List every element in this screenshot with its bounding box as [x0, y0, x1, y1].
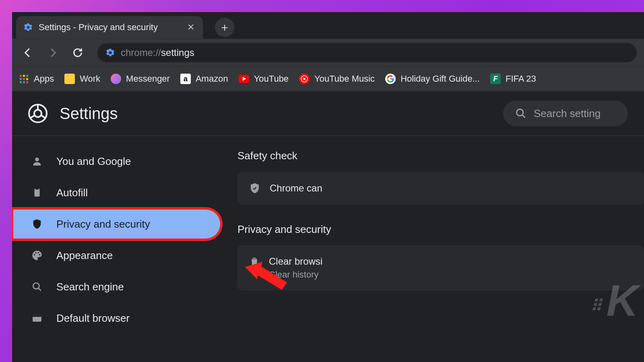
close-icon[interactable]: ✕ — [185, 22, 196, 33]
main-panel: Safety check Chrome can Privacy and secu… — [237, 136, 644, 362]
amazon-icon: a — [180, 74, 191, 84]
privacy-security-title: Privacy and security — [237, 223, 644, 236]
safety-check-title: Safety check — [237, 150, 644, 162]
svg-point-15 — [34, 110, 41, 117]
sidebar-item-label: Privacy and security — [56, 218, 150, 230]
bookmarks-bar: Apps Work Messenger a Amazon YouTube You… — [12, 66, 644, 91]
search-placeholder: Search setting — [534, 107, 601, 120]
sidebar-item-label: You and Google — [56, 155, 131, 168]
google-icon — [385, 74, 396, 84]
chrome-logo-icon — [28, 104, 47, 123]
url-text: chrome://settings — [121, 47, 194, 58]
back-button[interactable] — [19, 44, 36, 61]
clear-browsing-title: Clear browsi — [269, 256, 322, 267]
bookmark-label: Apps — [34, 74, 54, 84]
sidebar-item-label: Search engine — [56, 281, 124, 293]
search-settings[interactable]: Search setting — [503, 101, 628, 126]
bookmark-label: Amazon — [196, 74, 228, 84]
settings-header: Settings Search setting — [12, 91, 644, 136]
youtube-music-icon — [299, 74, 310, 84]
bookmark-messenger[interactable]: Messenger — [111, 74, 170, 84]
bookmark-label: FIFA 23 — [506, 74, 536, 84]
apps-icon — [19, 74, 29, 84]
trash-icon — [249, 256, 260, 267]
clear-browsing-sub: Clear history — [269, 269, 322, 280]
bookmark-amazon[interactable]: a Amazon — [180, 74, 228, 84]
bookmark-fifa[interactable]: F FIFA 23 — [490, 74, 536, 84]
messenger-icon — [111, 74, 121, 84]
sidebar-item-label: Default browser — [56, 312, 130, 325]
svg-rect-0 — [20, 75, 22, 77]
palette-icon — [31, 250, 43, 261]
sidebar-item-you-and-google[interactable]: You and Google — [12, 146, 221, 177]
svg-point-20 — [33, 283, 39, 289]
bookmark-apps[interactable]: Apps — [19, 74, 54, 84]
sidebar-item-search-engine[interactable]: Search engine — [12, 271, 221, 302]
svg-point-16 — [517, 109, 523, 116]
tab-title: Settings - Privacy and security — [39, 22, 180, 33]
browser-icon — [31, 313, 43, 324]
sidebar-item-default-browser[interactable]: Default browser — [12, 302, 221, 334]
sidebar-item-label: Appearance — [56, 249, 113, 262]
svg-rect-22 — [33, 315, 41, 317]
settings-page: Settings Search setting You and Google — [12, 91, 644, 362]
bookmark-label: Holiday Gift Guide... — [400, 74, 480, 84]
page-title: Settings — [60, 105, 491, 123]
sidebar-item-appearance[interactable]: Appearance — [12, 240, 221, 271]
svg-rect-7 — [23, 81, 25, 83]
search-icon — [31, 281, 43, 292]
person-icon — [31, 156, 43, 167]
folder-icon — [64, 74, 75, 84]
bookmark-holiday[interactable]: Holiday Gift Guide... — [385, 74, 480, 84]
svg-rect-3 — [20, 78, 22, 80]
site-gear-icon — [105, 48, 115, 58]
bookmark-ytmusic[interactable]: YouTube Music — [299, 74, 375, 84]
tab-strip: Settings - Privacy and security ✕ ＋ — [12, 12, 644, 39]
gear-icon — [23, 23, 33, 32]
search-icon — [515, 108, 526, 119]
bookmark-youtube[interactable]: YouTube — [239, 74, 289, 84]
sidebar-item-label: Autofill — [56, 187, 88, 199]
forward-button[interactable] — [44, 44, 61, 61]
bookmark-label: YouTube Music — [314, 74, 375, 84]
settings-sidebar: You and Google Autofill Privacy and secu… — [12, 136, 237, 362]
sidebar-item-autofill[interactable]: Autofill — [12, 177, 221, 208]
safety-check-text: Chrome can — [270, 183, 322, 194]
shield-icon — [31, 218, 43, 230]
svg-rect-8 — [26, 81, 28, 83]
youtube-icon — [239, 74, 249, 84]
bookmark-label: Work — [80, 74, 100, 84]
bookmark-work[interactable]: Work — [64, 74, 100, 84]
clipboard-icon — [31, 187, 43, 198]
toolbar: chrome://settings — [12, 39, 644, 66]
clear-browsing-card[interactable]: Clear browsi Clear history — [237, 245, 644, 290]
svg-rect-2 — [26, 75, 28, 77]
bookmark-label: Messenger — [126, 74, 170, 84]
svg-rect-6 — [20, 81, 22, 83]
active-tab[interactable]: Settings - Privacy and security ✕ — [16, 16, 203, 39]
shield-check-icon — [249, 182, 261, 194]
sidebar-item-privacy-security[interactable]: Privacy and security — [12, 208, 221, 240]
svg-point-17 — [35, 158, 39, 161]
svg-rect-19 — [36, 188, 39, 189]
new-tab-button[interactable]: ＋ — [215, 18, 234, 37]
address-bar[interactable]: chrome://settings — [97, 43, 637, 62]
svg-rect-4 — [23, 78, 25, 80]
bookmark-label: YouTube — [254, 74, 289, 84]
fifa-icon: F — [490, 74, 501, 84]
safety-check-card[interactable]: Chrome can — [237, 172, 644, 205]
svg-rect-18 — [35, 189, 40, 197]
svg-rect-1 — [23, 75, 25, 77]
svg-rect-5 — [26, 78, 28, 80]
reload-button[interactable] — [69, 44, 86, 61]
